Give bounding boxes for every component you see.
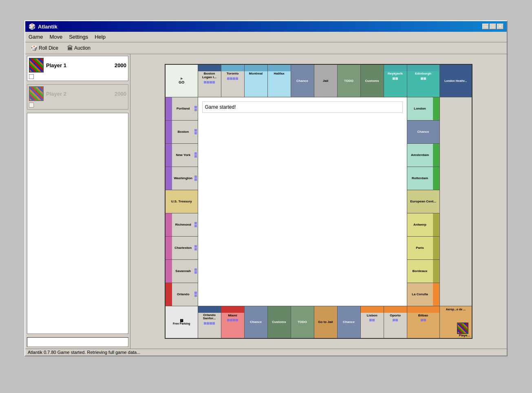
corner-bottom-left: 🅿 Free Parking — [165, 306, 198, 338]
cell-european-cent: European Cent... — [407, 190, 439, 213]
auction-button[interactable]: 🏛 Auction — [64, 44, 93, 53]
washington-label: Washington — [172, 176, 194, 181]
bordeaux-label: Bordeaux — [407, 268, 433, 274]
player2-checkbox[interactable] — [29, 103, 34, 108]
cell-amsterdam: Amsterdam — [407, 143, 439, 167]
todo-bottom-label: TODO — [298, 320, 307, 324]
board-bottom-row: 🅿 Free Parking Orlando Sanfor... — [165, 306, 472, 338]
cell-miami: Miami — [221, 306, 244, 338]
menu-game[interactable]: Game — [25, 33, 46, 41]
charleston-label: Charleston — [172, 245, 194, 250]
player2-money: 2000 — [115, 91, 126, 97]
board-container: ▶ GO Boston Logan I... — [130, 54, 507, 349]
cell-portland: Portland — [165, 97, 198, 120]
cell-charleston: Charleston — [165, 236, 198, 259]
orlando-label: Orlando — [172, 292, 194, 297]
cell-la-coruna: La Coruña — [407, 283, 439, 306]
center-area: Game started! — [198, 97, 407, 306]
cell-oporto: Oporto — [384, 306, 407, 338]
window-controls: — □ ✕ — [482, 24, 503, 29]
customs-top-label: Customs — [365, 79, 379, 83]
boston-logan-label: Boston Logan I... — [198, 71, 221, 80]
amsterdam-label: Amsterdam — [407, 152, 433, 158]
cell-customs-bottom: Customs — [267, 306, 291, 338]
chance-bottom-label: Chance — [250, 320, 262, 324]
antwerp-label: Antwerp — [407, 222, 433, 227]
london-label: London — [407, 106, 433, 111]
status-text: Atlantik 0.7.80 Game started. Retrieving… — [28, 350, 140, 355]
menu-help[interactable]: Help — [91, 33, 109, 41]
corner-top-right: London Heathr... — [439, 64, 472, 97]
player-token-label: Playe... — [459, 334, 470, 337]
cell-new-york: New York — [165, 143, 198, 167]
dice-icon: 🎲 — [31, 45, 38, 51]
cell-todo-bottom: TODO — [291, 306, 314, 338]
board-top-row: ▶ GO Boston Logan I... — [165, 64, 472, 97]
reykjavik-label: Reykjavik — [387, 71, 404, 77]
menu-move[interactable]: Move — [46, 33, 66, 41]
log-message-1: Game started! — [205, 104, 400, 110]
miami-label: Miami — [227, 313, 238, 318]
cell-savannah: Savannah — [165, 259, 198, 283]
cell-antwerp: Antwerp — [407, 213, 439, 236]
roll-dice-label: Roll Dice — [39, 45, 58, 51]
oporto-label: Oporto — [389, 313, 402, 318]
properties-area — [27, 113, 128, 334]
lisbon-label: Lisbon — [366, 313, 378, 318]
left-panel: Player 1 2000 Player 2 2000 — [25, 54, 130, 349]
player2-avatar — [29, 86, 44, 101]
cell-london: London — [407, 97, 439, 120]
minimize-button[interactable]: — — [482, 24, 489, 29]
game-log: Game started! — [202, 101, 403, 113]
cell-lisbon: Lisbon — [360, 306, 384, 338]
rotterdam-label: Rotterdam — [407, 176, 433, 181]
auction-icon: 🏛 — [67, 45, 73, 51]
cell-reykjavik: Reykjavik — [384, 64, 407, 97]
orlando-sanford-label: Orlando Sanfor... — [198, 313, 221, 322]
player-token — [457, 323, 468, 334]
window-title: Atlantik — [38, 24, 57, 30]
savannah-label: Savannah — [172, 268, 194, 274]
cell-jail: Jail — [314, 64, 337, 97]
halifax-label: Halifax — [273, 71, 285, 77]
cell-bordeaux: Bordeaux — [407, 259, 439, 283]
cell-orlando-sanford: Orlando Sanfor... — [198, 306, 221, 338]
jail-label: Jail — [323, 79, 328, 83]
customs-bottom-label: Customs — [272, 320, 286, 324]
cell-chance-bottom2: Chance — [337, 306, 360, 338]
chance-right-label: Chance — [417, 130, 429, 134]
montreal-label: Montreal — [248, 71, 263, 77]
chat-input[interactable] — [27, 337, 128, 347]
new-york-label: New York — [172, 152, 194, 158]
edinburgh-label: Edinburgh — [414, 71, 432, 77]
menu-bar: Game Move Settings Help — [25, 32, 507, 42]
cell-paris: Paris — [407, 236, 439, 259]
chance-top-label: Chance — [296, 79, 308, 83]
player1-name: Player 1 — [46, 62, 112, 68]
cell-chance-bottom: Chance — [244, 306, 267, 338]
cell-orlando: Orlando — [165, 283, 198, 306]
maximize-button[interactable]: □ — [490, 24, 496, 29]
cell-boston: Boston — [165, 120, 198, 143]
main-content: Player 1 2000 Player 2 2000 — [25, 54, 507, 349]
us-treasury-label: U.S. Treasury — [171, 200, 192, 203]
close-button[interactable]: ✕ — [497, 24, 503, 29]
roll-dice-button[interactable]: 🎲 Roll Dice — [28, 44, 61, 53]
cell-montreal: Montreal — [244, 64, 267, 97]
player1-money: 2000 — [115, 62, 126, 68]
board-row-1: Portland Game started! — [165, 97, 472, 120]
cell-us-treasury: U.S. Treasury — [165, 190, 198, 213]
player1-avatar — [29, 58, 44, 72]
go-to-jail-label: Go to Jail — [318, 320, 333, 324]
player2-card: Player 2 2000 — [27, 84, 128, 110]
menu-settings[interactable]: Settings — [66, 33, 91, 41]
cell-rotterdam: Rotterdam — [407, 167, 439, 190]
player1-checkbox[interactable] — [29, 74, 34, 79]
boston-label: Boston — [172, 129, 194, 134]
auction-label: Auction — [74, 45, 91, 51]
corner-bottom-right: Aerop...o de ... Playe... — [439, 306, 472, 338]
game-board: ▶ GO Boston Logan I... — [165, 64, 472, 339]
app-icon: 🎲 — [29, 23, 35, 30]
main-window: 🎲 Atlantik — □ ✕ Game Move Settings Help… — [24, 20, 508, 356]
cell-chance-top: Chance — [291, 64, 314, 97]
